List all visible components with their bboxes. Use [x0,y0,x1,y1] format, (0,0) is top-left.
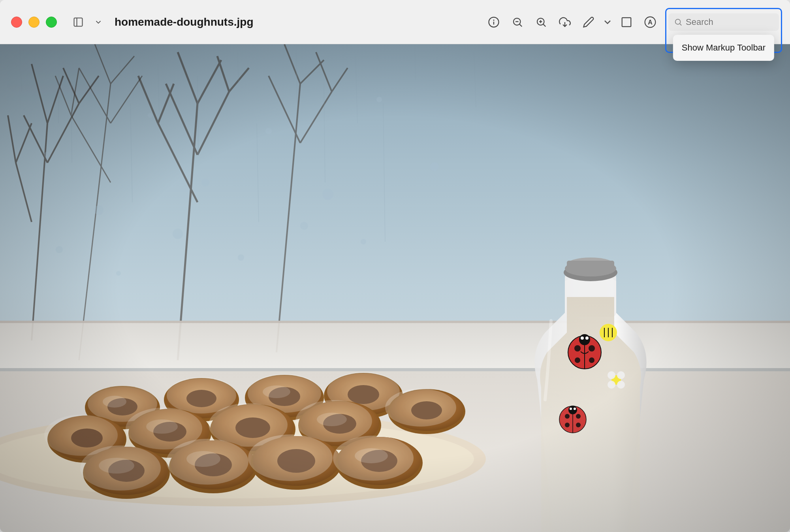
photo-content [0,44,790,532]
preview-window: homemade-doughnuts.jpg [0,0,790,532]
svg-rect-13 [622,17,631,26]
pencil-dropdown-button[interactable] [602,12,613,32]
sidebar-toggle-button[interactable] [68,14,88,30]
show-markup-toolbar-item[interactable]: Show Markup Toolbar [673,37,774,58]
pencil-button[interactable] [578,12,599,32]
search-box-container: Show Markup Toolbar [668,13,779,31]
info-button[interactable] [483,12,504,32]
crop-button[interactable] [616,12,637,32]
search-input[interactable] [686,17,765,27]
minimize-button[interactable] [28,17,40,28]
chevron-down-button[interactable] [92,15,105,29]
svg-rect-0 [74,18,83,26]
search-input-wrapper [668,13,779,31]
svg-line-7 [520,24,522,26]
svg-line-17 [680,24,681,25]
share-button[interactable] [555,12,575,32]
titlebar: homemade-doughnuts.jpg [0,0,790,44]
traffic-lights [11,17,57,28]
image-area [0,44,790,532]
svg-text:A: A [648,19,653,26]
dropdown-popup: Show Markup Toolbar [673,35,774,61]
svg-point-16 [675,19,681,24]
search-area: Show Markup Toolbar [668,13,779,31]
maximize-button[interactable] [46,17,57,28]
markup-button[interactable]: A [640,12,660,32]
toolbar-icons: A [483,12,779,32]
close-button[interactable] [11,17,22,28]
zoom-out-button[interactable] [507,12,528,32]
svg-line-11 [544,24,546,26]
search-icon [674,18,683,26]
svg-rect-196 [0,44,790,532]
zoom-in-button[interactable] [531,12,551,32]
filename-label: homemade-doughnuts.jpg [115,16,254,28]
